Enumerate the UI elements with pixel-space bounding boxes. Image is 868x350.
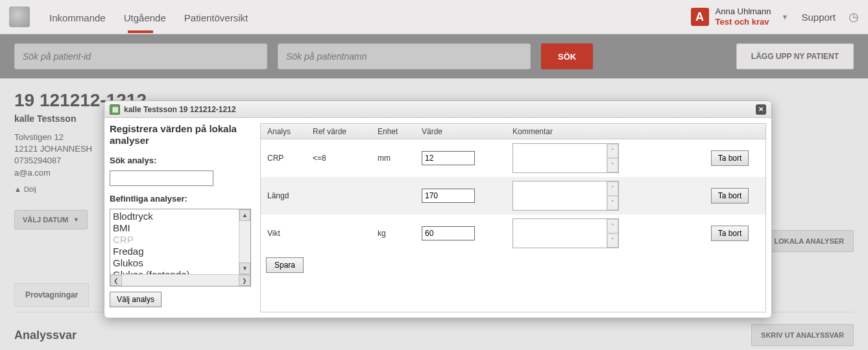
scrollbar-horizontal[interactable]: ❮ ❯ (110, 274, 250, 286)
spin-down-icon[interactable]: ˅ (607, 196, 618, 210)
scroll-left-icon[interactable]: ❮ (110, 275, 122, 286)
cell-enhet: mm (378, 154, 422, 163)
user-role: Test och krav (716, 17, 771, 27)
chevron-down-icon: ▼ (73, 216, 79, 223)
history-icon[interactable]: ◷ (849, 10, 859, 24)
list-item[interactable]: BMI (113, 222, 248, 234)
cell-analys: CRP (261, 154, 313, 163)
search-button[interactable]: SÖK (541, 43, 593, 69)
valj-analys-button[interactable]: Välj analys (110, 292, 162, 307)
new-patient-button[interactable]: LÄGG UPP NY PATIENT (736, 43, 854, 69)
user-name: Anna Uhlmann (716, 6, 771, 17)
spin-down-icon[interactable]: ˅ (607, 233, 618, 248)
print-analyssvar-button[interactable]: SKRIV UT ANALYSSVAR (751, 324, 854, 346)
existing-analyser-label: Befintliga analyser: (110, 194, 251, 204)
search-analys-input[interactable] (110, 170, 213, 186)
close-icon[interactable]: ✕ (756, 104, 766, 115)
table-row: CRP <=8 mm ˄ ˅ Ta bort (261, 139, 766, 177)
search-analys-label: Sök analys: (110, 156, 251, 165)
spin-down-icon[interactable]: ˅ (607, 158, 618, 172)
register-values-modal: ▤ kalle Testsson 19 121212-1212 ✕ Regist… (104, 100, 772, 318)
value-input[interactable] (422, 189, 475, 203)
list-item[interactable]: Glukos (113, 257, 248, 269)
scrollbar-vertical[interactable]: ▲ ▼ (239, 209, 250, 274)
spin-up-icon[interactable]: ˄ (607, 219, 618, 233)
analyssvar-title: Analyssvar (14, 329, 77, 342)
comment-textarea[interactable] (513, 181, 607, 210)
value-input[interactable] (422, 226, 475, 240)
scroll-up-icon[interactable]: ▲ (239, 209, 250, 221)
analys-list[interactable]: Blodtryck BMI CRP Fredag Glukos Glukos (… (110, 209, 250, 282)
cell-analys: Vikt (261, 229, 313, 238)
triangle-up-icon: ▲ (14, 185, 21, 193)
lokala-analyser-button[interactable]: LOKALA ANALYSER (764, 230, 854, 252)
col-analys: Analys (261, 127, 313, 136)
col-ref: Ref värde (313, 127, 378, 136)
search-patient-name-input[interactable] (278, 43, 531, 69)
list-item[interactable]: Blodtryck (113, 211, 248, 222)
nav-tab-inkommande[interactable]: Inkommande (49, 2, 106, 32)
list-item[interactable]: Fredag (113, 246, 248, 257)
cell-analys: Längd (261, 191, 313, 200)
spin-up-icon[interactable]: ˄ (607, 144, 618, 158)
scroll-right-icon[interactable]: ❯ (239, 275, 250, 286)
comment-textarea[interactable] (513, 144, 607, 172)
left-panel-heading: Registrera värden på lokala analyser (110, 123, 251, 146)
chevron-down-icon: ▼ (782, 13, 789, 21)
app-logo (9, 6, 30, 27)
nav-tab-patientoversikt[interactable]: Patientöversikt (184, 2, 248, 32)
nav-tab-utgaende[interactable]: Utgående (124, 2, 166, 32)
user-badge: A (691, 8, 709, 26)
hide-label: Dölj (24, 185, 36, 193)
table-header: Analys Ref värde Enhet Värde Kommentar (261, 124, 766, 139)
cell-ref: <=8 (313, 154, 378, 163)
spreadsheet-icon: ▤ (110, 104, 120, 115)
col-enhet: Enhet (378, 127, 422, 136)
nav-tabs: Inkommande Utgående Patientöversikt (49, 2, 248, 32)
modal-title: kalle Testsson 19 121212-1212 (124, 105, 236, 114)
spara-button[interactable]: Spara (266, 257, 304, 273)
ta-bort-button[interactable]: Ta bort (711, 226, 749, 241)
select-date-label: VÄLJ DATUM (23, 216, 68, 224)
select-date-button[interactable]: VÄLJ DATUM ▼ (14, 210, 88, 229)
tab-provtagningar[interactable]: Provtagningar (14, 283, 89, 307)
col-varde: Värde (422, 127, 512, 136)
cell-enhet: kg (378, 229, 422, 238)
ta-bort-button[interactable]: Ta bort (711, 188, 749, 204)
spin-up-icon[interactable]: ˄ (607, 181, 618, 196)
hide-toggle[interactable]: ▲ Dölj (14, 185, 36, 193)
table-row: Vikt kg ˄ ˅ Ta bort (261, 215, 766, 252)
user-menu[interactable]: A Anna Uhlmann Test och krav ▼ (691, 6, 789, 27)
ta-bort-button[interactable]: Ta bort (711, 150, 749, 166)
col-kommentar: Kommentar (512, 127, 694, 136)
table-row: Längd ˄ ˅ Ta bort (261, 177, 766, 215)
value-input[interactable] (422, 151, 475, 165)
comment-textarea[interactable] (513, 219, 607, 248)
search-patient-id-input[interactable] (14, 43, 267, 69)
scroll-down-icon[interactable]: ▼ (239, 262, 250, 274)
support-link[interactable]: Support (801, 12, 836, 23)
list-item[interactable]: CRP (113, 234, 248, 246)
